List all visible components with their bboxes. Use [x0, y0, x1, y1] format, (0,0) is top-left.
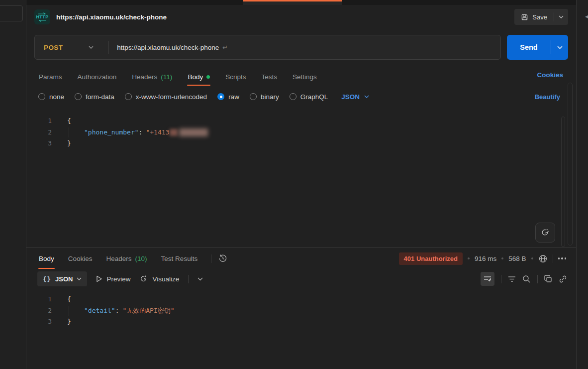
cookies-link[interactable]: Cookies: [537, 71, 563, 79]
method-caret-icon[interactable]: [89, 46, 94, 49]
divider: [537, 275, 538, 283]
divider: [211, 254, 211, 263]
postbot-button[interactable]: [535, 223, 555, 243]
radio-binary[interactable]: binary: [250, 93, 279, 101]
response-time[interactable]: 916 ms: [475, 255, 496, 262]
url-input-container[interactable]: POST https://api.xiaomu.uk/check-phone ↵: [34, 35, 501, 60]
request-tab-bar: Params Authorization Headers (11) Body S…: [26, 68, 576, 86]
response-size[interactable]: 568 B: [508, 255, 526, 262]
enter-hint-glyph: ↵: [222, 44, 228, 51]
json-value: "无效的API密钥": [122, 305, 174, 317]
redaction-blur-soft: [170, 129, 178, 136]
radio-x-www-form-urlencoded[interactable]: x-www-form-urlencoded: [125, 93, 207, 101]
more-options-icon[interactable]: [558, 257, 567, 259]
separator-dot: [531, 257, 533, 259]
network-globe-icon[interactable]: [538, 254, 548, 263]
tab-tests-label: Tests: [261, 73, 277, 81]
word-wrap-button[interactable]: [481, 272, 494, 286]
radio-none-circle[interactable]: [38, 93, 45, 100]
status-badge[interactable]: 401 Unauthorized: [399, 252, 463, 265]
tab-authorization[interactable]: Authorization: [77, 68, 117, 86]
radio-form-data-label: form-data: [86, 93, 114, 101]
response-tab-body[interactable]: Body: [38, 248, 55, 269]
preview-button[interactable]: Preview: [96, 275, 130, 283]
toolbar-caret-icon[interactable]: [197, 277, 203, 281]
radio-binary-circle[interactable]: [250, 93, 257, 100]
send-options-caret[interactable]: [551, 46, 568, 49]
divider: [501, 275, 501, 283]
language-selector[interactable]: JSON: [341, 93, 369, 101]
radio-form-data[interactable]: form-data: [75, 93, 114, 101]
send-button-label: Send: [507, 43, 551, 51]
divider: [553, 254, 553, 263]
response-body-editor[interactable]: 1 { 2 "detail" : "无效的API密钥" 3 }: [26, 291, 576, 363]
collapse-icon[interactable]: ◄: [584, 13, 588, 19]
save-options-caret[interactable]: [554, 9, 568, 25]
redaction-blur: [179, 128, 208, 136]
tab-settings[interactable]: Settings: [292, 68, 317, 86]
json-key: "detail": [84, 305, 115, 317]
close-brace: }: [67, 316, 71, 328]
code-line: 2 "detail" : "无效的API密钥": [26, 305, 576, 317]
sidebar-partial-panel: [0, 5, 23, 21]
close-brace: }: [67, 138, 71, 149]
visualize-button[interactable]: Visualize: [139, 274, 179, 283]
copy-icon[interactable]: [544, 275, 552, 283]
divider: [188, 275, 189, 283]
code-line: 1 {: [26, 116, 576, 127]
search-icon[interactable]: [522, 275, 531, 283]
request-title: https://api.xiaomu.uk/check-phone: [56, 13, 167, 21]
filter-icon[interactable]: [508, 276, 516, 282]
url-divider: [108, 41, 109, 54]
response-format-selector[interactable]: {} JSON: [37, 271, 87, 286]
json-key: "phone_number": [84, 127, 139, 138]
radio-raw-circle[interactable]: [217, 93, 224, 100]
beautify-link[interactable]: Beautify: [535, 93, 560, 101]
save-button-main[interactable]: Save: [514, 9, 554, 25]
tab-tests[interactable]: Tests: [261, 68, 278, 86]
json-value: "+1413: [146, 127, 169, 138]
radio-form-data-circle[interactable]: [75, 93, 82, 100]
url-input-value[interactable]: https://api.xiaomu.uk/check-phone: [117, 44, 219, 51]
separator-dot: [501, 257, 503, 259]
method-selector-label[interactable]: POST: [35, 44, 63, 51]
response-history-icon[interactable]: [218, 254, 227, 263]
tab-scripts[interactable]: Scripts: [225, 68, 246, 86]
link-icon[interactable]: [559, 275, 567, 283]
response-tab-headers-label: Headers: [106, 255, 132, 262]
send-button[interactable]: Send: [507, 35, 568, 60]
tab-params[interactable]: Params: [38, 68, 63, 86]
response-toolbar: {} JSON Preview Visualize: [26, 269, 576, 289]
active-request-tab-indicator[interactable]: [243, 0, 342, 5]
tab-settings-label: Settings: [293, 73, 317, 81]
response-meta: 401 Unauthorized 916 ms 568 B: [399, 248, 566, 269]
separator-dot: [468, 257, 470, 259]
response-tab-headers[interactable]: Headers (10): [106, 248, 148, 269]
panel-scrollbar[interactable]: [568, 83, 573, 246]
response-tab-test-results[interactable]: Test Results: [161, 248, 198, 269]
request-body-editor[interactable]: 1 { 2 "phone_number" : "+1413 3 }: [26, 112, 576, 247]
response-tab-body-label: Body: [39, 255, 54, 262]
radio-urlencoded-circle[interactable]: [125, 93, 132, 100]
visualize-sparkle-icon: [139, 274, 148, 283]
editor-scrollbar[interactable]: [561, 117, 565, 247]
tab-body[interactable]: Body: [187, 68, 210, 86]
indent-guide: [69, 306, 69, 316]
radio-graphql[interactable]: GraphQL: [290, 93, 328, 101]
radio-none[interactable]: none: [38, 93, 64, 101]
line-number: 2: [26, 305, 52, 317]
visualize-button-label: Visualize: [152, 275, 179, 283]
indent-guide: [69, 127, 69, 137]
line-number: 2: [26, 127, 52, 138]
response-tab-cookies[interactable]: Cookies: [68, 248, 93, 269]
open-brace: {: [67, 294, 71, 305]
radio-raw[interactable]: raw: [217, 93, 239, 101]
save-button[interactable]: Save: [514, 9, 568, 25]
tab-headers[interactable]: Headers (11): [131, 68, 173, 86]
radio-graphql-circle[interactable]: [290, 93, 296, 100]
code-line: 2 "phone_number" : "+1413: [26, 127, 576, 138]
save-button-label: Save: [532, 13, 547, 21]
language-selector-label: JSON: [341, 93, 360, 101]
tab-authorization-label: Authorization: [78, 73, 117, 81]
save-icon: [521, 13, 528, 21]
